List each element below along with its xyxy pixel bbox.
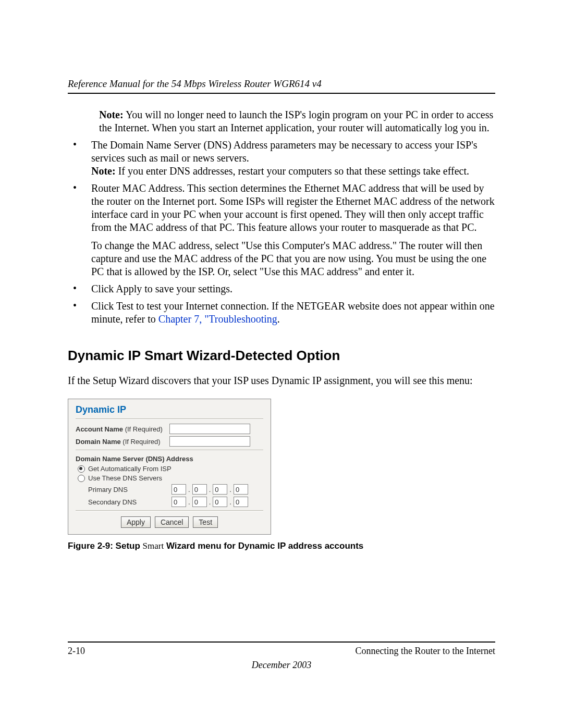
bullet-mac-p1: Router MAC Address. This section determi…: [91, 182, 495, 234]
header-rule: [68, 93, 495, 94]
domain-name-input[interactable]: [169, 436, 250, 447]
radio-auto-isp[interactable]: Get Automatically From ISP: [78, 465, 263, 473]
account-name-input[interactable]: [169, 424, 250, 434]
bullet-dot-icon: •: [68, 139, 91, 178]
primary-dns-label: Primary DNS: [88, 486, 172, 493]
note-dns: Note: If you enter DNS addresses, restar…: [91, 165, 469, 177]
note-login: Note: You will no longer need to launch …: [99, 108, 495, 134]
link-troubleshooting[interactable]: Chapter 7, "Troubleshooting: [158, 313, 277, 325]
apply-button[interactable]: Apply: [121, 516, 151, 528]
bullet-dns-text: The Domain Name Server (DNS) Address par…: [91, 139, 478, 164]
radio-icon: [78, 465, 85, 473]
panel-divider: [76, 510, 263, 511]
panel-divider: [76, 450, 263, 451]
bullet-mac: • Router MAC Address. This section deter…: [68, 182, 495, 278]
dns-heading: Domain Name Server (DNS) Address: [76, 455, 263, 463]
bullet-dot-icon: •: [68, 182, 91, 278]
domain-name-label: Domain Name (If Required): [76, 438, 169, 446]
bullet-dot-icon: •: [68, 282, 91, 295]
figure-caption: Figure 2-9: Setup Smart Wizard menu for …: [68, 541, 495, 551]
footer-rule: [68, 641, 495, 643]
bullet-test: • Click Test to test your Internet conne…: [68, 300, 495, 326]
primary-dns-octet-2[interactable]: 0: [192, 484, 207, 495]
cancel-button[interactable]: Cancel: [155, 516, 189, 528]
section-heading: Dynamic IP Smart Wizard-Detected Option: [68, 348, 495, 364]
radio-use-dns[interactable]: Use These DNS Servers: [78, 474, 263, 482]
bullet-apply: • Click Apply to save your settings.: [68, 282, 495, 295]
secondary-dns-octet-1[interactable]: 0: [172, 497, 186, 507]
footer-section: Connecting the Router to the Internet: [356, 646, 495, 657]
primary-dns-octet-3[interactable]: 0: [213, 484, 227, 495]
panel-title: Dynamic IP: [76, 404, 263, 415]
page-number: 2-10: [68, 646, 85, 657]
radio-icon: [78, 475, 85, 482]
radio-use-label: Use These DNS Servers: [88, 474, 162, 482]
section-intro: If the Setup Wizard discovers that your …: [68, 374, 495, 387]
bullet-test-pre: Click Test to test your Internet connect…: [91, 300, 495, 325]
secondary-dns-octet-3[interactable]: 0: [213, 497, 227, 507]
secondary-dns-label: Secondary DNS: [88, 498, 172, 506]
bullet-dns: • The Domain Name Server (DNS) Address p…: [68, 139, 495, 178]
secondary-dns-octet-2[interactable]: 0: [192, 497, 207, 507]
primary-dns-octet-4[interactable]: 0: [234, 484, 248, 495]
footer-date: December 2003: [68, 660, 495, 671]
primary-dns-octet-1[interactable]: 0: [172, 484, 186, 495]
radio-auto-label: Get Automatically From ISP: [88, 465, 172, 473]
manual-title-header: Reference Manual for the 54 Mbps Wireles…: [68, 78, 495, 90]
note-login-text: You will no longer need to launch the IS…: [99, 109, 493, 133]
bullet-dot-icon: •: [68, 300, 91, 326]
test-button[interactable]: Test: [193, 516, 218, 528]
bullet-test-post: .: [277, 313, 280, 325]
panel-divider: [76, 418, 263, 419]
bullet-mac-p2: To change the MAC address, select "Use t…: [91, 239, 495, 278]
dynamic-ip-panel: Dynamic IP Account Name (If Required) Do…: [68, 399, 271, 535]
secondary-dns-octet-4[interactable]: 0: [234, 497, 248, 507]
bullet-apply-text: Click Apply to save your settings.: [91, 282, 495, 295]
account-name-label: Account Name (If Required): [76, 425, 169, 433]
